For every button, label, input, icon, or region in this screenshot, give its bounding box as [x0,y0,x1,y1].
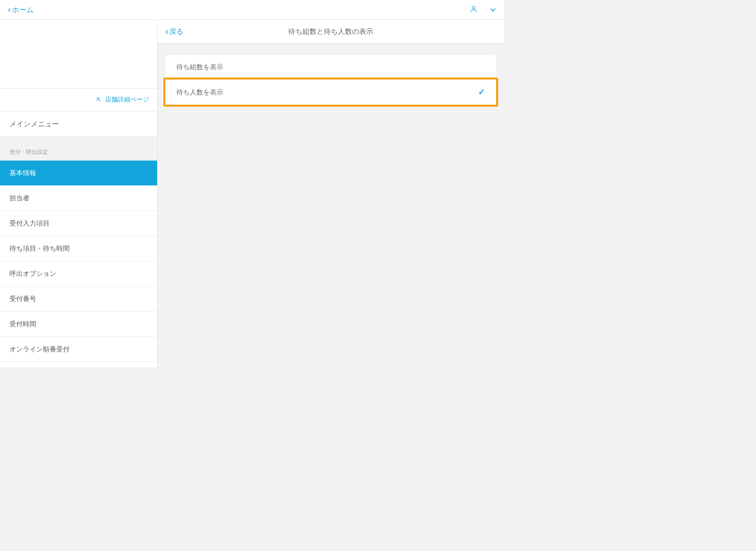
section-header-label: 受付・呼出設定 [9,149,48,155]
home-label: ホーム [12,5,33,15]
main-container: ⇱ 店舗詳細ページ メインメニュー 受付・呼出設定 基本情報 担当者 受付入力項… [0,20,504,367]
sidebar-item-ticket-coupon[interactable]: 受付番・クーポン [0,362,157,367]
sidebar: ⇱ 店舗詳細ページ メインメニュー 受付・呼出設定 基本情報 担当者 受付入力項… [0,20,158,367]
section-header: 受付・呼出設定 [0,137,157,161]
store-detail-link[interactable]: ⇱ 店舗詳細ページ [0,89,157,111]
options-list: 待ち組数を表示 待ち人数を表示 ✓ [165,55,496,107]
sidebar-item-label: 担当者 [9,194,30,202]
back-button[interactable]: ‹ 戻る [165,26,183,37]
sidebar-item-reception-input[interactable]: 受付入力項目 [0,211,157,236]
sidebar-item-label: 受付入力項目 [9,220,50,227]
option-label: 待ち組数を表示 [176,63,223,72]
option-show-groups[interactable]: 待ち組数を表示 [165,55,496,80]
chevron-left-icon: ‹ [8,5,11,15]
top-nav-left: ‹ ホーム [8,5,33,15]
dropdown-chevron-icon[interactable] [490,7,496,13]
sidebar-item-basic-info[interactable]: 基本情報 [0,161,157,186]
external-link-icon: ⇱ [96,96,101,103]
sidebar-item-label: 呼出オプション [9,270,56,277]
sidebar-item-reception-time[interactable]: 受付時間 [0,312,157,337]
user-icon[interactable] [469,5,478,15]
home-back-button[interactable]: ‹ ホーム [8,5,33,15]
sidebar-item-wait-items[interactable]: 待ち項目・待ち時間 [0,236,157,261]
option-show-people[interactable]: 待ち人数を表示 ✓ [163,78,498,107]
main-menu-button[interactable]: メインメニュー [0,111,157,137]
chevron-left-icon: ‹ [165,26,169,37]
main-menu-label: メインメニュー [9,120,59,128]
checkmark-icon: ✓ [478,87,485,97]
content-area: ‹ 戻る 待ち組数と待ち人数の表示 待ち組数を表示 待ち人数を表示 ✓ [158,20,504,367]
sidebar-item-reception-number[interactable]: 受付番号 [0,287,157,312]
store-detail-label: 店舗詳細ページ [105,96,149,103]
sidebar-item-online-reception[interactable]: オンライン順番受付 [0,337,157,362]
back-label: 戻る [169,27,183,36]
sidebar-item-staff[interactable]: 担当者 [0,186,157,211]
sidebar-item-label: 受付時間 [9,320,36,328]
sidebar-item-label: 待ち項目・待ち時間 [9,245,70,252]
sidebar-item-label: オンライン順番受付 [9,346,70,353]
top-navigation: ‹ ホーム [0,0,504,20]
sidebar-top-space [0,20,157,89]
sidebar-item-label: 受付番号 [9,295,36,303]
top-nav-right [469,5,496,15]
svg-point-0 [472,6,475,9]
page-title: 待ち組数と待ち人数の表示 [288,27,373,36]
sidebar-item-call-options[interactable]: 呼出オプション [0,261,157,287]
option-label: 待ち人数を表示 [176,88,223,97]
content-header: ‹ 戻る 待ち組数と待ち人数の表示 [158,20,504,43]
sidebar-item-label: 基本情報 [9,169,36,177]
